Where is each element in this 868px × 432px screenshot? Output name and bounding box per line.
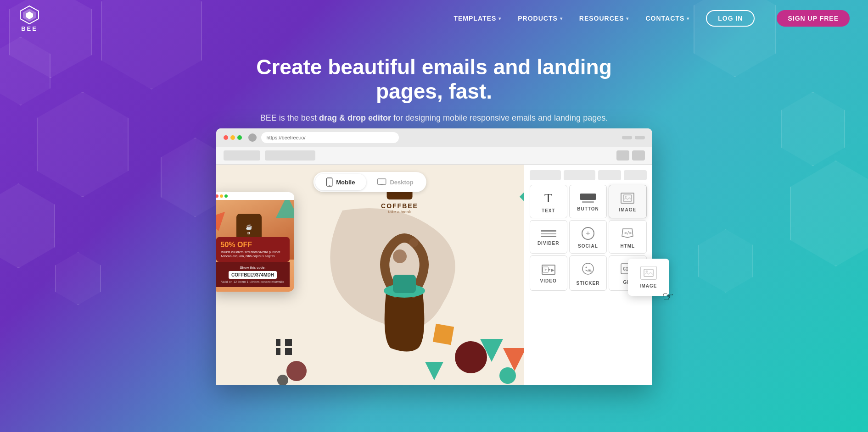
toolbar-action-1[interactable] xyxy=(224,150,260,161)
image-drag-tooltip: IMAGE ☞ xyxy=(628,259,669,296)
bee-logo-icon xyxy=(18,5,40,24)
tool-divider[interactable]: DIVIDER xyxy=(530,220,567,254)
nav-templates[interactable]: TEMPLATES ▾ xyxy=(454,15,501,22)
tool-social[interactable]: SOCIAL xyxy=(569,220,607,254)
svg-rect-16 xyxy=(276,339,280,346)
close-window-button[interactable] xyxy=(224,135,228,140)
brand-name: BEE xyxy=(21,25,38,32)
panel-tab-4[interactable] xyxy=(624,170,647,180)
desktop-icon xyxy=(377,178,386,186)
nav-products[interactable]: PRODUCTS ▾ xyxy=(518,15,563,22)
tool-video[interactable]: VIDEO xyxy=(530,255,567,291)
cursor-hand-icon: ☞ xyxy=(662,289,674,304)
divider-icon xyxy=(541,230,556,237)
promo-text: Mauris eu lorem sed diam viverra pulvina… xyxy=(221,250,285,258)
mobile-promo-block: 50% OFF Mauris eu lorem sed diam viverra… xyxy=(216,237,290,262)
hero-title: Create beautiful emails and landing page… xyxy=(251,55,618,104)
tool-video-label: VIDEO xyxy=(540,278,557,283)
hero-section: BEE TEMPLATES ▾ PRODUCTS ▾ RESOURCES ▾ C… xyxy=(0,0,868,432)
coffee-splash-visual xyxy=(354,210,446,357)
svg-marker-15 xyxy=(425,362,443,380)
show-code-label: Show this code: xyxy=(220,266,286,270)
coffbee-brand-name: COFFBEE xyxy=(381,202,418,210)
text-icon: T xyxy=(544,192,552,205)
tool-sticker-label: STICKER xyxy=(577,281,600,286)
nav-resources[interactable]: RESOURCES ▾ xyxy=(579,15,629,22)
mobile-icon xyxy=(326,177,332,187)
nav-contacts[interactable]: CONTACTS ▾ xyxy=(645,15,689,22)
mobile-view-button[interactable]: Mobile xyxy=(315,174,366,190)
mobile-window-dots xyxy=(216,192,294,200)
promo-code: COFFBEE9374MDH xyxy=(229,271,277,279)
mobile-email-preview: ☕B 50% OFF Mauris eu lorem sed diam vive… xyxy=(216,192,294,292)
html-icon: </> xyxy=(621,227,634,240)
tool-social-label: SOCIAL xyxy=(578,244,598,249)
toolbar-icon-btn-1[interactable] xyxy=(616,150,629,161)
browser-mockup: https://beefree.io/ xyxy=(216,128,652,385)
mobile-dot-red xyxy=(216,194,218,198)
window-controls xyxy=(224,135,242,140)
mobile-email-content: ☕B 50% OFF Mauris eu lorem sed diam vive… xyxy=(216,200,294,292)
panel-tab-1[interactable] xyxy=(530,170,561,180)
browser-ctrl-1 xyxy=(622,136,632,139)
button-icon xyxy=(580,194,596,203)
chevron-down-icon: ▾ xyxy=(498,16,501,21)
tool-text-label: TEXT xyxy=(542,208,555,213)
toolbar-action-2[interactable] xyxy=(265,150,315,161)
tool-image-label: IMAGE xyxy=(619,207,636,212)
main-nav: TEMPLATES ▾ PRODUCTS ▾ RESOURCES ▾ CONTA… xyxy=(454,10,850,27)
tools-panel: T TEXT BUTTON xyxy=(524,165,652,385)
maximize-window-button[interactable] xyxy=(237,135,242,140)
login-button[interactable]: LOG IN xyxy=(706,10,755,27)
chevron-down-icon: ▾ xyxy=(626,16,629,21)
address-bar[interactable]: https://beefree.io/ xyxy=(261,132,399,143)
svg-point-29 xyxy=(645,271,648,273)
svg-rect-25 xyxy=(393,275,416,293)
minimize-window-button[interactable] xyxy=(230,135,235,140)
tool-html-label: HTML xyxy=(620,244,635,249)
tool-button[interactable]: BUTTON xyxy=(569,185,607,218)
svg-marker-33 xyxy=(544,268,547,271)
image-icon xyxy=(621,193,634,204)
svg-point-20 xyxy=(286,361,307,381)
svg-text:</>: </> xyxy=(624,231,632,235)
logo-area[interactable]: BEE xyxy=(18,5,40,32)
svg-point-35 xyxy=(585,267,587,268)
promo-percent: 50% OFF xyxy=(221,241,285,249)
signup-button[interactable]: SIGN UP FREE xyxy=(777,10,850,27)
mobile-dot-green xyxy=(224,194,228,198)
browser-chrome-bar: https://beefree.io/ xyxy=(216,128,652,147)
svg-point-21 xyxy=(277,375,288,385)
hero-subtitle: BEE is the best drag & drop editor for d… xyxy=(251,112,618,124)
tooltip-image-icon xyxy=(640,266,657,280)
tool-image[interactable]: IMAGE IMAGE ☞ xyxy=(609,185,646,218)
panel-tab-2[interactable] xyxy=(564,170,595,180)
tool-html[interactable]: </> HTML xyxy=(609,220,646,254)
mobile-code-area: Show this code: COFFBEE9374MDH Valid on … xyxy=(216,262,290,287)
svg-point-27 xyxy=(625,196,627,198)
promo-footer: Valid on 12 lorem 1 ultrices consectetur… xyxy=(220,280,286,283)
browser-ctrl-2 xyxy=(635,136,645,139)
sticker-icon xyxy=(582,262,594,277)
site-favicon xyxy=(248,133,257,142)
video-icon xyxy=(542,265,555,275)
tool-sticker[interactable]: STICKER xyxy=(569,255,607,291)
tool-text[interactable]: T TEXT xyxy=(530,185,567,218)
header: BEE TEMPLATES ▾ PRODUCTS ▾ RESOURCES ▾ C… xyxy=(0,0,868,37)
tool-button-label: BUTTON xyxy=(577,206,599,211)
toolbar-icon-btn-2[interactable] xyxy=(632,150,645,161)
svg-rect-8 xyxy=(519,190,523,203)
svg-point-13 xyxy=(499,367,516,384)
social-icon xyxy=(582,227,594,240)
editor-toolbar xyxy=(216,147,652,165)
svg-point-22 xyxy=(393,249,407,263)
svg-rect-19 xyxy=(285,348,292,355)
tool-divider-label: DIVIDER xyxy=(538,241,560,246)
desktop-view-button[interactable]: Desktop xyxy=(366,174,424,190)
svg-rect-18 xyxy=(276,348,280,355)
view-toggle: Mobile Desktop xyxy=(313,172,426,192)
panel-tab-3[interactable] xyxy=(598,170,621,180)
email-canvas: Mobile Desktop xyxy=(216,165,524,385)
tooltip-image-label: IMAGE xyxy=(640,283,657,288)
editor-body: Mobile Desktop xyxy=(216,165,652,385)
